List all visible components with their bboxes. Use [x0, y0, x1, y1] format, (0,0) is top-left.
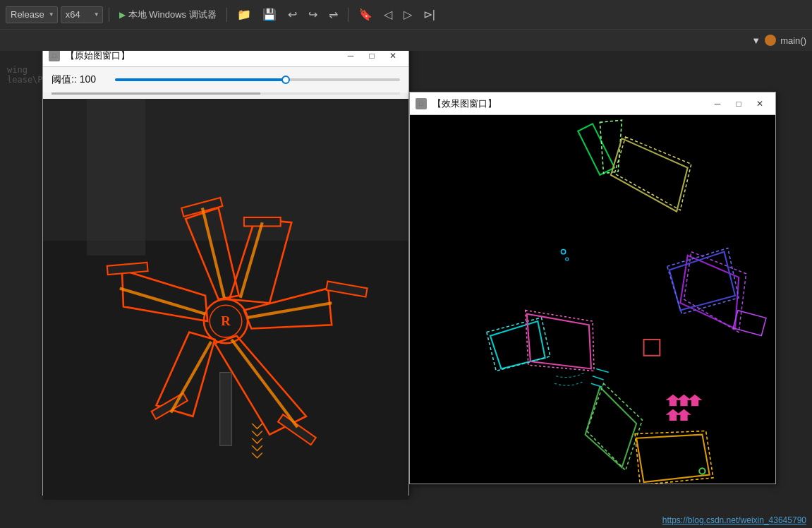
slider-label: 阈值:: 100	[51, 73, 108, 86]
x64-dropdown[interactable]: x64	[61, 6, 103, 23]
separator-2	[226, 8, 227, 22]
debug-bar-right: ▼ main()	[751, 35, 806, 46]
debug-icon	[765, 35, 776, 46]
effect-titlebar: □ 【效果图窗口】 ─ □ ✕	[410, 92, 775, 115]
main-toolbar: Release x64 ▶ 本地 Windows 调试器 📁 💾 ↩ ↪ ⇌ 🔖…	[0, 0, 812, 30]
slider-track	[115, 78, 400, 81]
effect-image-container	[410, 115, 775, 484]
effect-minimize-btn[interactable]: ─	[708, 96, 727, 112]
original-window-icon: □	[49, 50, 60, 61]
toolbar-btn-8[interactable]: ▷	[399, 6, 416, 23]
play-button[interactable]: ▶ 本地 Windows 调试器	[115, 6, 221, 23]
original-window: □ 【原始图窗口】 ─ □ ✕ 阈值:: 100	[42, 44, 409, 496]
effect-close-btn[interactable]: ✕	[750, 96, 770, 112]
toolbar-btn-1[interactable]: 📁	[233, 6, 255, 23]
release-dropdown[interactable]: Release	[6, 6, 58, 23]
nav-next-icon: ▷	[404, 8, 412, 21]
bookmark-icon: 🔖	[358, 8, 372, 21]
undo-icon: ↩	[288, 8, 297, 21]
effect-window-icon: □	[416, 98, 427, 109]
slider-container[interactable]	[115, 73, 400, 87]
toolbar-btn-7[interactable]: ◁	[380, 6, 396, 23]
nav-prev-icon: ◁	[384, 8, 392, 21]
effect-image-svg	[410, 115, 775, 484]
original-window-title: 【原始图窗口】	[66, 49, 335, 62]
play-icon: ▶	[119, 10, 126, 20]
dropdown-arrow: ▼	[751, 35, 761, 46]
slider-area: 阈值:: 100	[43, 67, 408, 92]
slider-thumb[interactable]	[281, 76, 290, 84]
slider-border-line	[51, 92, 400, 95]
debug-label: 本地 Windows 调试器	[128, 8, 217, 21]
svg-text:R: R	[221, 313, 231, 328]
toolbar-btn-6[interactable]: 🔖	[354, 6, 377, 23]
nav-end-icon: ⊳|	[423, 8, 435, 21]
toolbar-btn-2[interactable]: 💾	[258, 6, 281, 23]
svg-rect-28	[220, 373, 232, 446]
main-area: wing lease\Pr ▼ main() □ 【原始图窗口】 ─ □ ✕ 阈…	[0, 30, 812, 528]
separator-1	[109, 8, 109, 22]
slider-fill	[115, 78, 286, 81]
svg-rect-2	[87, 99, 145, 256]
align-icon: ⇌	[329, 8, 338, 21]
effect-window-controls: ─ □ ✕	[708, 96, 770, 112]
x64-label: x64	[66, 9, 80, 20]
redo-icon: ↪	[308, 8, 317, 21]
original-image-svg: R	[43, 99, 408, 500]
original-image-container: R	[43, 99, 408, 500]
separator-3	[348, 8, 349, 22]
debug-bar: ▼ main()	[0, 30, 812, 51]
save-icon: 💾	[262, 8, 277, 21]
toolbar-btn-4[interactable]: ↪	[304, 6, 322, 23]
toolbar-btn-9[interactable]: ⊳|	[419, 6, 440, 23]
effect-window: □ 【效果图窗口】 ─ □ ✕	[409, 92, 776, 484]
main-func-label: main()	[780, 35, 806, 46]
release-label: Release	[11, 9, 44, 20]
effect-maximize-btn[interactable]: □	[729, 96, 749, 112]
toolbar-btn-5[interactable]: ⇌	[325, 6, 342, 23]
folder-icon: 📁	[237, 8, 251, 21]
status-url[interactable]: https://blog.csdn.net/weixin_43645790	[657, 512, 812, 528]
effect-window-title: 【效果图窗口】	[432, 97, 702, 110]
toolbar-btn-3[interactable]: ↩	[284, 6, 301, 23]
